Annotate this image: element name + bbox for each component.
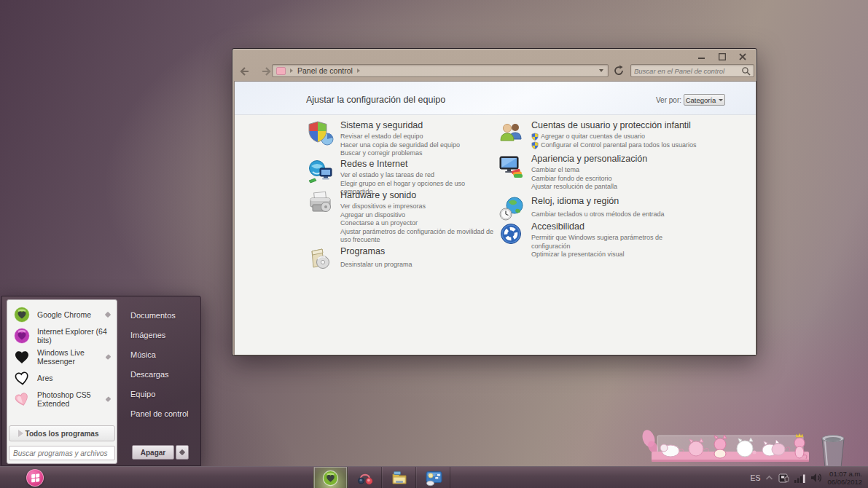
close-button[interactable]	[736, 52, 749, 61]
category-title[interactable]: Hardware y sonido	[340, 190, 499, 200]
volume-icon[interactable]	[810, 473, 822, 483]
search-icon[interactable]	[741, 66, 751, 76]
navigation-toolbar: Panel de control	[232, 63, 756, 80]
chevron-down-icon	[719, 99, 723, 101]
category-link[interactable]: Ajustar parámetros de configuración de m…	[340, 228, 499, 245]
all-programs-button[interactable]: Todos los programas	[9, 425, 115, 441]
start-menu-item-windows-live-messenger[interactable]: Windows Live Messenger	[7, 346, 117, 367]
clock-globe-icon[interactable]	[498, 196, 525, 222]
taskbar-app-explorer[interactable]	[382, 467, 416, 488]
breadcrumb-arrow-icon[interactable]	[357, 68, 360, 73]
category-title[interactable]: Programas	[340, 246, 413, 256]
category-link[interactable]: Ver el estado y las tareas de red	[340, 171, 499, 180]
network-globe-icon[interactable]	[308, 159, 334, 185]
start-menu-item-internet-explorer[interactable]: Internet Explorer (64 bits)	[7, 325, 117, 346]
start-menu-item-photoshop[interactable]: Photoshop CS5 Extended	[7, 388, 117, 409]
shutdown-options-icon	[179, 449, 185, 455]
clock[interactable]: 01:07 a.m. 06/06/2012	[827, 470, 865, 486]
category-link[interactable]: Ver dispositivos e impresoras	[340, 202, 499, 211]
address-bar[interactable]: Panel de control	[272, 64, 609, 77]
start-menu-place-downloads[interactable]: Descargas	[130, 365, 189, 385]
category-link[interactable]: Conectarse a un proyector	[340, 219, 499, 228]
taskbar-app-chrome[interactable]	[313, 467, 348, 488]
category-link[interactable]: Cambiar el tema	[531, 166, 647, 175]
category-title[interactable]: Reloj, idioma y región	[531, 196, 665, 206]
hidden-icons-chevron-icon[interactable]	[765, 475, 773, 481]
language-indicator[interactable]: ES	[750, 473, 760, 482]
control-panel-content: Ajustar la configuración del equipo Ver …	[234, 81, 756, 355]
start-menu-item-label: Photoshop CS5 Extended	[37, 390, 106, 408]
security-shield-icon[interactable]	[308, 120, 334, 146]
page-title: Ajustar la configuración del equipo	[306, 95, 445, 105]
clock-time: 01:07 a.m.	[827, 470, 862, 478]
appearance-icon[interactable]	[498, 154, 525, 180]
start-menu-places: Documentos Imágenes Música Descargas Equ…	[130, 306, 189, 424]
category-link[interactable]: Configurar el Control parental para todo…	[531, 141, 697, 150]
accessibility-icon[interactable]	[498, 221, 525, 248]
category-user-accounts: Cuentas de usuario y protección infantil…	[498, 120, 697, 149]
shutdown-options-button[interactable]	[176, 445, 189, 460]
pink-cat-icon[interactable]	[714, 435, 727, 458]
start-menu-item-label: Ares	[37, 374, 53, 382]
address-dropdown-icon[interactable]	[599, 69, 603, 72]
cat-dock[interactable]	[641, 428, 815, 471]
black-heart-icon	[13, 348, 31, 366]
category-title[interactable]: Cuentas de usuario y protección infantil	[531, 120, 697, 130]
start-menu-place-pictures[interactable]: Imágenes	[130, 326, 189, 345]
minimize-button[interactable]	[695, 52, 708, 61]
forward-icon[interactable]	[259, 66, 272, 77]
start-menu-item-google-chrome[interactable]: Google Chrome	[7, 304, 117, 325]
start-menu-item-ares[interactable]: Ares	[7, 367, 117, 388]
category-link[interactable]: Ajustar resolución de pantalla	[531, 183, 647, 192]
category-link[interactable]: Cambiar teclados u otros métodos de entr…	[531, 210, 665, 219]
start-button[interactable]	[26, 469, 44, 487]
clock-date: 06/06/2012	[827, 478, 862, 486]
printer-icon[interactable]	[308, 190, 334, 216]
start-menu-place-control-panel[interactable]: Panel de control	[130, 404, 189, 424]
category-link[interactable]: Optimizar la presentación visual	[531, 251, 690, 259]
taskbar-app-control-panel[interactable]	[416, 467, 450, 488]
refresh-icon[interactable]	[613, 65, 625, 76]
action-center-icon[interactable]	[778, 473, 789, 484]
breadcrumb[interactable]: Panel de control	[297, 66, 353, 75]
category-link[interactable]: Buscar y corregir problemas	[340, 149, 460, 158]
category-title[interactable]: Accesibilidad	[531, 221, 690, 232]
search-input[interactable]	[631, 67, 741, 75]
network-signal-icon[interactable]	[794, 473, 805, 483]
start-menu-item-label: Windows Live Messenger	[37, 348, 106, 366]
program-box-icon[interactable]	[308, 246, 334, 272]
start-menu-place-documents[interactable]: Documentos	[130, 306, 189, 326]
breadcrumb-arrow-icon	[290, 68, 293, 73]
taskbar-apps	[313, 467, 450, 488]
view-by-dropdown[interactable]: Categoría	[684, 94, 725, 106]
pink-heart-icon	[13, 390, 31, 408]
category-link[interactable]: Desinstalar un programa	[340, 261, 413, 269]
chrome-heart-icon	[322, 470, 339, 487]
category-link[interactable]: Agregar o quitar cuentas de usuario	[531, 133, 697, 141]
category-title[interactable]: Redes e Internet	[340, 159, 499, 169]
recycle-bin-icon[interactable]	[816, 433, 850, 471]
category-link[interactable]: Revisar el estado del equipo	[340, 133, 460, 141]
category-title[interactable]: Apariencia y personalización	[531, 154, 647, 164]
user-accounts-icon[interactable]	[498, 120, 525, 146]
start-search-input[interactable]	[9, 449, 114, 457]
shutdown-button[interactable]: Apagar	[132, 445, 174, 460]
category-link[interactable]: Agregar un dispositivo	[340, 211, 499, 220]
category-link[interactable]: Permitir que Windows sugiera parámetros …	[531, 234, 690, 251]
category-title[interactable]: Sistema y seguridad	[340, 120, 460, 130]
flyout-arrow-icon[interactable]	[105, 311, 111, 317]
windows-flag-icon	[27, 470, 44, 487]
back-icon[interactable]	[239, 66, 252, 77]
taskbar-app-music-player[interactable]	[348, 467, 382, 488]
category-link[interactable]: Hacer una copia de seguridad del equipo	[340, 141, 460, 150]
category-appearance: Apariencia y personalización Cambiar el …	[498, 154, 647, 192]
headphones-icon	[356, 469, 374, 487]
maximize-button[interactable]	[716, 52, 729, 61]
view-by-label: Ver por:	[656, 96, 681, 104]
category-link[interactable]: Cambiar fondo de escritorio	[531, 175, 647, 184]
taskbar: ES 01:07 a.m. 06/06/2012	[0, 466, 868, 488]
uac-shield-icon	[531, 141, 539, 149]
crowned-cat-icon[interactable]	[794, 433, 807, 459]
start-menu-place-music[interactable]: Música	[130, 345, 189, 365]
start-menu-place-computer[interactable]: Equipo	[130, 385, 189, 404]
